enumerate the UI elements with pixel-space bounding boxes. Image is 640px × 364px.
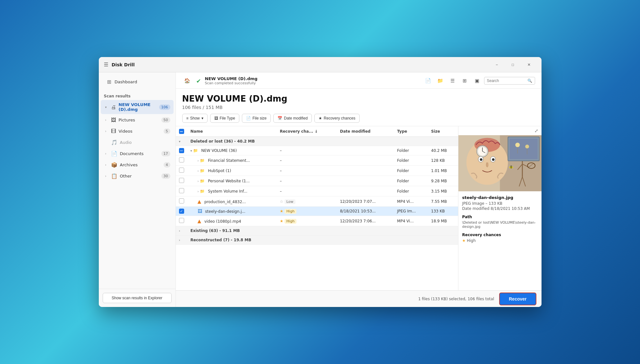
split-view-btn[interactable]: ▣	[472, 76, 482, 86]
filter-icon: ≡	[186, 116, 189, 120]
file-size-filter-btn[interactable]: 📄 File size	[242, 114, 271, 123]
row-recovery-low: ☆ Low	[277, 196, 337, 207]
list-view-btn[interactable]: ☰	[448, 76, 458, 86]
recover-button[interactable]: Recover	[499, 293, 536, 305]
preview-expand-button[interactable]: ⤢	[534, 128, 538, 133]
videos-badge: 5	[164, 128, 170, 134]
group-chevron-right[interactable]: ›	[179, 229, 180, 233]
date-column-header[interactable]: Date modified	[337, 126, 394, 137]
folder-icon-btn[interactable]: 📁	[435, 76, 446, 86]
row-name: 🖼 steely-dan-design.j...	[187, 207, 277, 216]
sidebar-item-documents[interactable]: › 📄 Documents 17	[101, 148, 174, 159]
pictures-label: Pictures	[119, 118, 161, 122]
table-row[interactable]: ✓ 🖼 steely-dan-design.j... ★ High	[176, 207, 458, 216]
row-checkbox-system[interactable]	[179, 188, 184, 193]
recovery-column-header[interactable]: Recovery cha... ↓	[277, 126, 337, 137]
archives-label: Archives	[120, 162, 164, 167]
table-row[interactable]: − ▾ 📁 NEW VOLUME (36) – Folder	[176, 146, 458, 155]
other-label: Other	[120, 174, 161, 178]
sidebar-bottom: Show scan results in Explorer	[99, 289, 175, 307]
row-recovery-high: ★ High	[277, 207, 337, 216]
preview-image	[458, 135, 542, 191]
maximize-button[interactable]: □	[506, 60, 520, 70]
folder-icon: 📁	[200, 179, 205, 183]
high-badge: High	[285, 209, 296, 214]
row-checkbox-new-volume[interactable]: −	[179, 148, 184, 153]
row-checkbox-personal[interactable]	[179, 178, 184, 183]
group-reconstructed-header[interactable]: › Reconstructed (7) - 19.8 MB	[176, 236, 458, 245]
sidebar-item-videos[interactable]: › 🎞 Videos 5	[101, 126, 174, 136]
folder-collapse-icon[interactable]: ›	[198, 169, 199, 173]
group-chevron-down[interactable]: ▾	[179, 140, 181, 143]
right-panel: 🏠 ✔ NEW VOLUME (D).dmg Scan completed su…	[176, 72, 542, 307]
high-badge: High	[285, 219, 296, 224]
sort-desc-icon: ↓	[314, 129, 318, 134]
folder-expand-icon[interactable]: ▾	[191, 149, 192, 153]
home-button[interactable]: 🏠	[182, 76, 192, 86]
dashboard-label: Dashboard	[115, 79, 137, 84]
folder-icon: 📁	[200, 189, 205, 194]
recovery-chances-filter-btn[interactable]: ★ Recovery chances	[314, 114, 360, 123]
chevron-right-icon: ›	[105, 152, 109, 155]
chevron-down-icon: ▾	[105, 105, 109, 109]
hamburger-icon[interactable]: ☰	[104, 62, 108, 68]
jpeg-icon: 🖼	[198, 209, 202, 214]
table-row[interactable]: ▲ production_id_4832... ☆ Low 12/20/2023…	[176, 196, 458, 207]
sidebar-item-audio[interactable]: 🎵 Audio	[101, 137, 174, 148]
sidebar-item-other[interactable]: › 📋 Other 30	[101, 171, 174, 181]
recovery-chances-label: Recovery chances	[324, 116, 355, 120]
checkbox-header[interactable]: −	[176, 126, 187, 137]
row-checkbox-financial[interactable]	[179, 157, 184, 162]
search-input[interactable]	[487, 79, 525, 83]
file-icon-btn[interactable]: 📄	[423, 76, 433, 86]
app-window: ☰ Disk Drill − □ ✕ ⊞ Dashboard Scan resu…	[99, 57, 542, 307]
group-chevron-right[interactable]: ›	[179, 238, 180, 242]
grid-view-btn[interactable]: ⊞	[460, 76, 470, 86]
row-checkbox-steely-dan[interactable]: ✓	[179, 209, 184, 214]
svg-rect-22	[509, 138, 538, 159]
folder-collapse-icon[interactable]: ›	[198, 159, 199, 162]
date-modified-filter-btn[interactable]: 📅 Date modified	[273, 114, 312, 123]
sidebar-item-dashboard[interactable]: ⊞ Dashboard	[104, 76, 170, 87]
folder-collapse-icon[interactable]: ›	[198, 190, 199, 193]
sidebar-item-volume[interactable]: ▾ 🖨 NEW VOLUME (D).dmg 106	[101, 100, 174, 114]
app-title: Disk Drill	[112, 62, 135, 67]
table-row[interactable]: › 📁 Financial Statement... – Folder 128 …	[176, 155, 458, 166]
row-checkbox-production[interactable]	[179, 198, 184, 203]
row-checkbox-hubspot[interactable]	[179, 168, 184, 173]
archives-badge: 4	[164, 162, 170, 168]
folder-icon: 📁	[200, 158, 205, 163]
select-all-checkbox[interactable]: −	[179, 129, 184, 134]
preview-recovery-value: ★ High	[462, 238, 538, 243]
calendar-icon: 📅	[277, 116, 282, 120]
pictures-badge: 50	[161, 117, 170, 123]
disk-icon: 🖨	[111, 104, 116, 110]
documents-icon: 📄	[111, 151, 117, 157]
table-row[interactable]: › 📁 HubSpot (1) – Folder 1.01 MB	[176, 166, 458, 176]
type-column-header[interactable]: Type	[394, 126, 428, 137]
chevron-right-icon: ›	[105, 118, 109, 122]
file-type-filter-btn[interactable]: 🖼 File Type	[210, 114, 239, 123]
star-low-icon: ☆	[280, 199, 283, 204]
table-row[interactable]: › 📁 Personal Website (1... – Folder 9.28…	[176, 176, 458, 186]
group-existing-header[interactable]: › Existing (63) - 91.1 MB	[176, 226, 458, 236]
table-row[interactable]: › 📁 System Volume Inf... – Folder 3.15 M…	[176, 186, 458, 196]
minimize-button[interactable]: −	[490, 60, 504, 70]
archives-icon: 📦	[111, 162, 117, 168]
name-column-header[interactable]: Name	[187, 126, 277, 137]
sidebar-item-pictures[interactable]: › 🖼 Pictures 50	[101, 115, 174, 125]
close-button[interactable]: ✕	[522, 60, 536, 70]
sidebar-item-archives[interactable]: › 📦 Archives 4	[101, 160, 174, 170]
show-filter-btn[interactable]: ≡ Show ▾	[182, 114, 208, 123]
recovery-value-text: High	[467, 238, 476, 243]
folder-icon: 📁	[193, 148, 198, 153]
show-scan-button[interactable]: Show scan results in Explorer	[103, 293, 172, 303]
folder-collapse-icon[interactable]: ›	[198, 179, 199, 183]
search-icon: 🔍	[527, 79, 532, 83]
row-checkbox-video[interactable]	[179, 218, 184, 223]
size-column-header[interactable]: Size	[428, 126, 458, 137]
show-filter-label: Show	[190, 116, 200, 120]
table-row[interactable]: ▲ video (1080p).mp4 ★ High 12/20/2023 7:…	[176, 216, 458, 226]
group-deleted-header[interactable]: ▾ Deleted or lost (36) - 40.2 MB	[176, 137, 458, 146]
pictures-icon: 🖼	[111, 117, 116, 123]
